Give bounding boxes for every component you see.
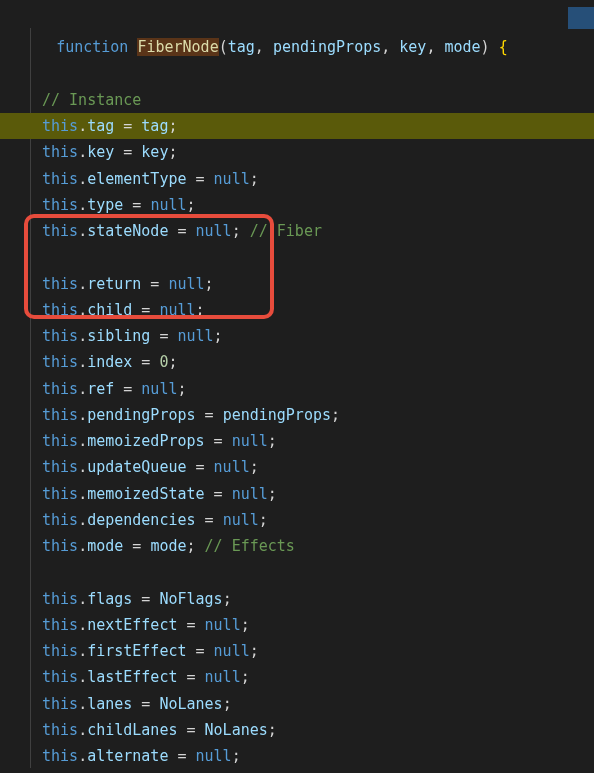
code-line-sibling: this.sibling = null; <box>0 323 594 349</box>
code-line-lanes: this.lanes = NoLanes; <box>0 691 594 717</box>
code-line-pendingprops: this.pendingProps = pendingProps; <box>0 402 594 428</box>
code-line-nexteffect: this.nextEffect = null; <box>0 612 594 638</box>
code-line-tag: this.tag = tag; <box>0 113 594 139</box>
code-line-dependencies: this.dependencies = null; <box>0 507 594 533</box>
code-line-fn-decl: function FiberNode(tag, pendingProps, ke… <box>0 8 594 87</box>
code-line-flags: this.flags = NoFlags; <box>0 586 594 612</box>
keyword-function: function <box>56 38 128 56</box>
code-line-index: this.index = 0; <box>0 349 594 375</box>
code-line-return: this.return = null; <box>0 271 594 297</box>
code-line-ref: this.ref = null; <box>0 376 594 402</box>
function-name: FiberNode <box>137 38 218 56</box>
code-line-alternate: this.alternate = null; <box>0 743 594 769</box>
code-line-updatequeue: this.updateQueue = null; <box>0 454 594 480</box>
code-line-firsteffect: this.firstEffect = null; <box>0 638 594 664</box>
code-line-mode: this.mode = mode; // Effects <box>0 533 594 559</box>
code-line-key: this.key = key; <box>0 139 594 165</box>
code-editor[interactable]: function FiberNode(tag, pendingProps, ke… <box>0 0 594 773</box>
code-line-comment: // Instance <box>0 87 594 113</box>
code-line-childlanes: this.childLanes = NoLanes; <box>0 717 594 743</box>
code-line-statenode: this.stateNode = null; // Fiber <box>0 218 594 244</box>
code-line-type: this.type = null; <box>0 192 594 218</box>
code-line-lasteffect: this.lastEffect = null; <box>0 664 594 690</box>
code-line-elementtype: this.elementType = null; <box>0 166 594 192</box>
code-line-blank <box>0 559 594 585</box>
code-line-child: this.child = null; <box>0 297 594 323</box>
code-line-memoizedprops: this.memoizedProps = null; <box>0 428 594 454</box>
code-line-blank <box>0 244 594 270</box>
code-line-memoizedstate: this.memoizedState = null; <box>0 481 594 507</box>
